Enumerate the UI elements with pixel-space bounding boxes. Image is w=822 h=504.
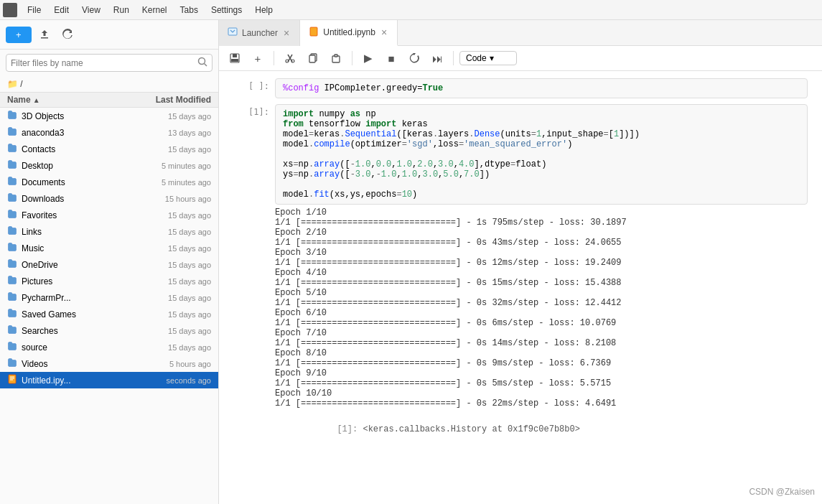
cut-button[interactable] bbox=[280, 49, 300, 67]
cell-input-0[interactable]: %config IPCompleter.greedy=True bbox=[275, 78, 808, 98]
file-modified: 15 hours ago bbox=[125, 195, 211, 203]
copy-button[interactable] bbox=[303, 49, 323, 67]
file-modified: 15 days ago bbox=[125, 244, 211, 253]
file-item[interactable]: PycharmPr...15 days ago bbox=[0, 289, 218, 306]
menu-settings[interactable]: Settings bbox=[205, 4, 248, 17]
notebook-content: [ ]: %config IPCompleter.greedy=True [1]… bbox=[219, 71, 822, 504]
notebook-toolbar: + ▶ bbox=[219, 46, 822, 71]
menu-kernel[interactable]: Kernel bbox=[136, 4, 173, 17]
menu-run[interactable]: Run bbox=[108, 4, 135, 17]
code-dropdown[interactable]: Code ▾ bbox=[459, 51, 517, 65]
file-item[interactable]: Documents5 minutes ago bbox=[0, 174, 218, 190]
menu-edit[interactable]: Edit bbox=[48, 4, 75, 17]
file-item[interactable]: anaconda313 days ago bbox=[0, 124, 218, 141]
file-name: Saved Games bbox=[22, 309, 125, 319]
svg-rect-10 bbox=[231, 59, 238, 62]
tab-icon-0 bbox=[228, 27, 238, 39]
folder-icon bbox=[7, 374, 17, 386]
file-item[interactable]: Links15 days ago bbox=[0, 223, 218, 240]
add-cell-button[interactable]: + bbox=[248, 49, 268, 67]
svg-rect-9 bbox=[233, 54, 237, 57]
file-item[interactable]: Music15 days ago bbox=[0, 240, 218, 256]
file-modified: 5 minutes ago bbox=[125, 178, 211, 187]
stop-button[interactable]: ■ bbox=[381, 49, 401, 67]
file-modified: 15 days ago bbox=[125, 145, 211, 154]
save-button[interactable] bbox=[225, 49, 245, 67]
folder-icon bbox=[7, 126, 17, 139]
file-item[interactable]: OneDrive15 days ago bbox=[0, 256, 218, 273]
file-modified: 15 days ago bbox=[125, 310, 211, 319]
file-modified: 15 days ago bbox=[125, 294, 211, 302]
search-input[interactable] bbox=[11, 58, 195, 68]
file-item[interactable]: Searches15 days ago bbox=[0, 322, 218, 339]
file-modified: 15 days ago bbox=[125, 343, 211, 352]
tab-label-1: Untitled.ipynb bbox=[323, 27, 375, 37]
paste-button[interactable] bbox=[326, 49, 346, 67]
run-button[interactable]: ▶ bbox=[358, 49, 378, 67]
file-modified: 5 hours ago bbox=[125, 360, 211, 368]
folder-icon bbox=[7, 143, 17, 155]
upload-icon bbox=[39, 29, 50, 40]
file-item[interactable]: 3D Objects15 days ago bbox=[0, 108, 218, 124]
sidebar: + 📁 / bbox=[0, 20, 219, 504]
menu-view[interactable]: View bbox=[76, 4, 106, 17]
file-name: Documents bbox=[22, 177, 125, 187]
folder-icon bbox=[7, 341, 17, 353]
file-list: 3D Objects15 days agoanaconda313 days ag… bbox=[0, 108, 218, 504]
tab-icon-1 bbox=[309, 27, 319, 39]
file-item[interactable]: Favorites15 days ago bbox=[0, 207, 218, 223]
tab-close-0[interactable]: × bbox=[282, 27, 291, 39]
file-modified: 15 days ago bbox=[125, 277, 211, 286]
menu-file[interactable]: File bbox=[22, 4, 47, 17]
file-name: source bbox=[22, 342, 125, 353]
svg-rect-14 bbox=[309, 55, 315, 62]
menu-tabs[interactable]: Tabs bbox=[174, 4, 204, 17]
file-item[interactable]: Untitled.ipy...seconds ago bbox=[0, 372, 218, 388]
name-col-label: Name bbox=[7, 95, 31, 105]
cell-body-0: %config IPCompleter.greedy=True bbox=[275, 78, 808, 98]
fast-forward-button[interactable]: ⏭ bbox=[427, 49, 447, 67]
file-modified: 15 days ago bbox=[125, 327, 211, 335]
main-layout: + 📁 / bbox=[0, 20, 822, 504]
folder-icon bbox=[7, 308, 17, 320]
col-modified-header[interactable]: Last Modified bbox=[125, 95, 211, 105]
upload-button[interactable] bbox=[34, 24, 55, 45]
refresh-icon bbox=[62, 29, 73, 40]
tab-label-0: Launcher bbox=[242, 28, 278, 38]
file-item[interactable]: Downloads15 hours ago bbox=[0, 190, 218, 207]
cell-1: [1]: import numpy as np from tensorflow … bbox=[233, 104, 808, 447]
refresh-button[interactable] bbox=[57, 24, 78, 45]
file-item[interactable]: Videos5 hours ago bbox=[0, 355, 218, 372]
col-name-header[interactable]: Name ▲ bbox=[7, 95, 125, 105]
tab-1[interactable]: Untitled.ipynb× bbox=[300, 20, 398, 46]
new-button[interactable]: + bbox=[6, 27, 32, 43]
menu-help[interactable]: Help bbox=[249, 4, 279, 17]
file-item[interactable]: Pictures15 days ago bbox=[0, 273, 218, 289]
file-item[interactable]: Contacts15 days ago bbox=[0, 141, 218, 157]
tab-0[interactable]: Launcher× bbox=[219, 20, 300, 46]
folder-icon bbox=[7, 209, 17, 221]
folder-icon bbox=[7, 176, 17, 188]
restart-button[interactable] bbox=[404, 49, 424, 67]
folder-icon bbox=[7, 242, 17, 254]
file-modified: 5 minutes ago bbox=[125, 162, 211, 170]
file-name: Desktop bbox=[22, 161, 125, 171]
file-item[interactable]: Saved Games15 days ago bbox=[0, 306, 218, 322]
svg-rect-2 bbox=[9, 375, 16, 383]
search-icon bbox=[197, 57, 207, 69]
tab-bar: Launcher×Untitled.ipynb× bbox=[219, 20, 822, 46]
paste-icon bbox=[331, 53, 341, 63]
file-modified: 15 days ago bbox=[125, 228, 211, 236]
file-name: Untitled.ipy... bbox=[22, 375, 125, 386]
file-item[interactable]: source15 days ago bbox=[0, 339, 218, 355]
file-modified: 15 days ago bbox=[125, 112, 211, 121]
svg-line-1 bbox=[205, 64, 207, 67]
folder-icon bbox=[7, 291, 17, 304]
file-name: Searches bbox=[22, 326, 125, 336]
svg-rect-6 bbox=[228, 28, 237, 35]
tab-close-1[interactable]: × bbox=[380, 27, 388, 38]
folder-icon bbox=[7, 159, 17, 172]
cell-output-1: Epoch 1/10 1/1 [========================… bbox=[275, 205, 808, 411]
file-item[interactable]: Desktop5 minutes ago bbox=[0, 157, 218, 174]
cell-input-1[interactable]: import numpy as np from tensorflow impor… bbox=[275, 104, 808, 205]
